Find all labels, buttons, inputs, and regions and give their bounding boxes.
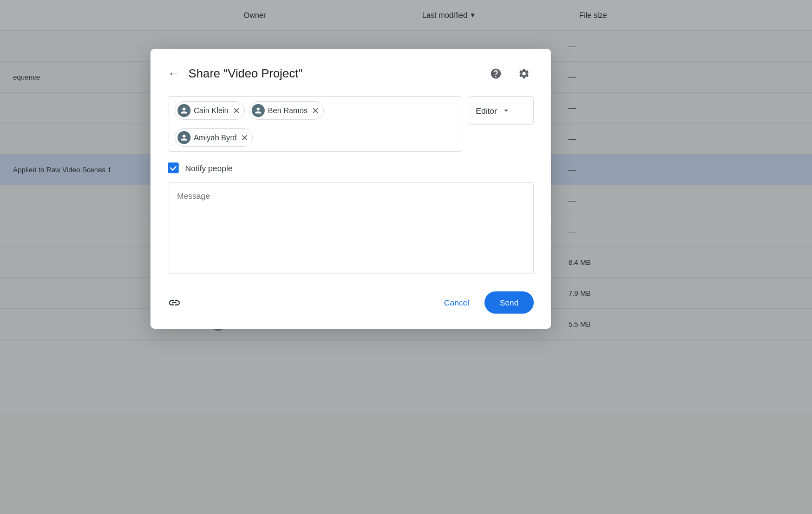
share-dialog: ← Share "Video Project" [150, 49, 551, 329]
back-button[interactable]: ← [168, 67, 180, 81]
people-chips-input[interactable]: Cain Klein ✕ Ben Ramos ✕ Am [168, 96, 462, 152]
modal-title-group: ← Share "Video Project" [168, 67, 303, 81]
chip-remove-button[interactable]: ✕ [312, 106, 319, 116]
message-textarea[interactable] [168, 182, 534, 274]
dropdown-arrow-icon [501, 106, 511, 115]
chip-avatar [252, 104, 265, 117]
footer-actions: Cancel Send [433, 291, 534, 314]
help-button[interactable] [486, 64, 506, 83]
modal-icon-group [486, 64, 534, 83]
chip-avatar [178, 104, 191, 117]
role-dropdown[interactable]: Editor [469, 96, 534, 125]
help-icon [490, 68, 502, 80]
modal-header: ← Share "Video Project" [168, 64, 534, 83]
notify-row: Notify people [168, 162, 534, 173]
checkmark-icon [169, 164, 177, 172]
chip-label: Amiyah Byrd [194, 133, 237, 142]
modal-footer: Cancel Send [168, 291, 534, 314]
ben-ramos-chip: Ben Ramos ✕ [249, 101, 324, 120]
gear-icon [518, 68, 530, 80]
role-label: Editor [476, 106, 497, 115]
notify-checkbox[interactable] [168, 162, 179, 173]
chip-label: Ben Ramos [268, 106, 307, 115]
cancel-button[interactable]: Cancel [433, 292, 480, 313]
notify-label: Notify people [185, 164, 233, 173]
modal-overlay: ← Share "Video Project" [0, 0, 812, 514]
people-section: Cain Klein ✕ Ben Ramos ✕ Am [168, 96, 534, 152]
chip-remove-button[interactable]: ✕ [233, 106, 240, 116]
chip-label: Cain Klein [194, 106, 228, 115]
link-icon [168, 296, 181, 309]
back-arrow-icon: ← [168, 67, 180, 81]
chip-avatar [178, 131, 191, 144]
send-button[interactable]: Send [484, 291, 534, 314]
copy-link-button[interactable] [168, 296, 181, 309]
settings-button[interactable] [514, 64, 534, 83]
cain-klein-chip: Cain Klein ✕ [175, 101, 245, 120]
chip-remove-button[interactable]: ✕ [241, 133, 248, 143]
amiyah-byrd-chip: Amiyah Byrd ✕ [175, 128, 253, 147]
dialog-title: Share "Video Project" [188, 67, 303, 81]
